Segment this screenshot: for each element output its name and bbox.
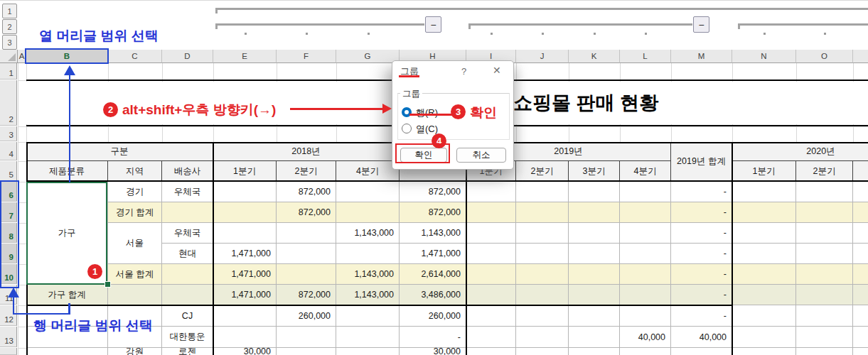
cell-E14[interactable]: 30,000	[213, 348, 277, 355]
cell-O7[interactable]	[796, 202, 853, 223]
cell-N7[interactable]	[732, 202, 796, 223]
radio-columns-label[interactable]: 열(C)	[416, 123, 438, 136]
cell-K12[interactable]	[569, 305, 620, 327]
cell-F10[interactable]	[277, 264, 336, 285]
cell-M10[interactable]: -	[671, 264, 732, 285]
cell-E7[interactable]	[213, 202, 277, 223]
cell-L8[interactable]	[620, 223, 671, 244]
cell-F12[interactable]: 260,000	[277, 305, 336, 327]
cell-E11[interactable]: 1,471,000	[213, 285, 277, 305]
cell-N4[interactable]: 2020년	[732, 142, 868, 161]
cell-I9[interactable]	[466, 244, 516, 264]
cell-O11[interactable]	[796, 285, 853, 305]
cell-F14[interactable]	[277, 348, 336, 355]
cell-F13[interactable]	[277, 327, 336, 348]
cell-E10[interactable]: 1,471,000	[213, 264, 277, 285]
cell-J11[interactable]	[516, 285, 569, 305]
cell-P9[interactable]	[853, 244, 868, 264]
cell-G13[interactable]	[336, 327, 400, 348]
cell-P11[interactable]	[853, 285, 868, 305]
radio-columns[interactable]	[402, 124, 412, 133]
column-header-E[interactable]: E	[213, 50, 277, 63]
cell-J5[interactable]: 2분기	[516, 161, 569, 182]
cell-D7[interactable]	[162, 202, 213, 223]
cell-I12[interactable]	[466, 305, 516, 327]
cell-P5[interactable]: 3분기	[853, 161, 868, 182]
column-header-F[interactable]: F	[277, 50, 336, 63]
cell-F7[interactable]: 872,000	[277, 202, 336, 223]
cell-L7[interactable]	[620, 202, 671, 223]
cell-F11[interactable]: 872,000	[277, 285, 336, 305]
cell-J9[interactable]	[516, 244, 569, 264]
cell-G5[interactable]: 4분기	[336, 161, 400, 182]
column-header-J[interactable]: J	[516, 50, 569, 63]
cell-P7[interactable]	[853, 202, 868, 223]
cell-O13[interactable]	[796, 327, 853, 348]
cell-P14[interactable]	[853, 348, 868, 355]
cell-J13[interactable]	[516, 327, 569, 348]
cell-L6[interactable]	[620, 182, 671, 202]
cell-K8[interactable]	[569, 223, 620, 244]
cell-H6[interactable]: 872,000	[400, 182, 466, 202]
cell-O6[interactable]	[796, 182, 853, 202]
cell-I6[interactable]	[466, 182, 516, 202]
cell-D13[interactable]: 대한통운	[162, 327, 213, 348]
cell-O8[interactable]	[796, 223, 853, 244]
cell-N10[interactable]	[732, 264, 796, 285]
cell-K6[interactable]	[569, 182, 620, 202]
cell-K10[interactable]	[569, 264, 620, 285]
cell-I8[interactable]	[466, 223, 516, 244]
column-header-P[interactable]: P	[853, 50, 868, 63]
cell-G7[interactable]	[336, 202, 400, 223]
cell-I14[interactable]	[466, 348, 516, 355]
cell-B11[interactable]: 가구 합계	[26, 285, 108, 305]
cell-H11[interactable]: 3,486,000	[400, 285, 466, 305]
cell-G6[interactable]	[336, 182, 400, 202]
column-header-M[interactable]: M	[671, 50, 732, 63]
cell-K14[interactable]	[569, 348, 620, 355]
outline-collapse-button-2018[interactable]: −	[425, 16, 441, 33]
cell-L5[interactable]: 4분기	[620, 161, 671, 182]
cell-I13[interactable]	[466, 327, 516, 348]
cell-M14[interactable]	[671, 348, 732, 355]
cell-L12[interactable]	[620, 305, 671, 327]
cell-O10[interactable]	[796, 264, 853, 285]
radio-rows[interactable]	[402, 107, 412, 117]
cell-J7[interactable]	[516, 202, 569, 223]
outline-collapse-button-2019[interactable]: −	[693, 16, 709, 33]
row-header-3[interactable]: 3	[0, 126, 17, 141]
cell-L10[interactable]	[620, 264, 671, 285]
cell-B14[interactable]	[26, 348, 108, 355]
cell-M7[interactable]: -	[671, 202, 732, 223]
cell-M12[interactable]: -	[671, 305, 732, 327]
cell-H14[interactable]: 30,000	[400, 348, 466, 355]
cell-E13[interactable]	[213, 327, 277, 348]
cell-J12[interactable]	[516, 305, 569, 327]
column-header-O[interactable]: O	[796, 50, 853, 63]
cell-F5[interactable]: 2분기	[277, 161, 336, 182]
cell-N14[interactable]	[732, 348, 796, 355]
column-header-D[interactable]: D	[162, 50, 213, 63]
row-header-4[interactable]: 4	[0, 142, 17, 160]
radio-rows-label[interactable]: 행(R)	[416, 106, 438, 119]
cell-D5[interactable]: 배송사	[162, 161, 213, 182]
cell-N9[interactable]	[732, 244, 796, 264]
column-header-C[interactable]: C	[108, 50, 162, 63]
cell-P13[interactable]	[853, 327, 868, 348]
cell-H9[interactable]: 1,471,000	[400, 244, 466, 264]
cell-M4[interactable]: 2019년 합계	[671, 142, 732, 182]
cell-L11[interactable]	[620, 285, 671, 305]
row-header-13[interactable]: 13	[0, 327, 17, 347]
select-all-corner[interactable]	[0, 50, 18, 63]
cell-G12[interactable]	[336, 305, 400, 327]
selection-fill-handle[interactable]	[105, 281, 111, 288]
cell-E12[interactable]	[213, 305, 277, 327]
row-header-12[interactable]: 12	[0, 305, 17, 326]
row-header-1[interactable]: 1	[0, 63, 17, 80]
cell-C14[interactable]: 강원	[108, 348, 162, 355]
cell-B5[interactable]: 제품분류	[26, 161, 108, 182]
outline-level-3-button[interactable]: 3	[2, 35, 17, 50]
cell-P6[interactable]	[853, 182, 868, 202]
cell-F8[interactable]	[277, 223, 336, 244]
cell-F9[interactable]	[277, 244, 336, 264]
